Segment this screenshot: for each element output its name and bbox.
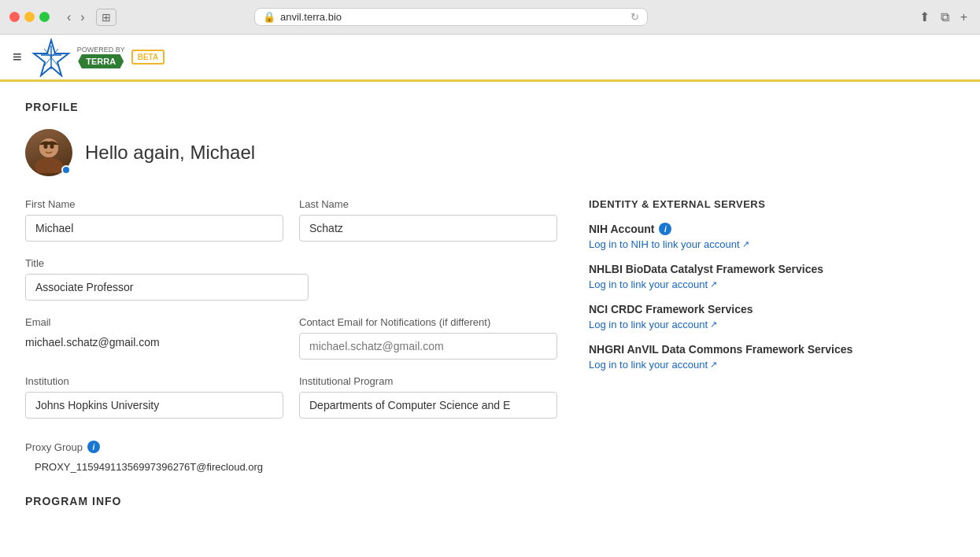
identity-panel: IDENTITY & EXTERNAL SERVERS NIH Account … [589,198,919,507]
contact-email-group: Contact Email for Notifications (if diff… [299,316,557,360]
url-text: anvil.terra.bio [280,11,342,23]
beta-badge: BETA [131,50,165,65]
proxy-group-section: Proxy Group i PROXY_11594911356997396276… [25,441,557,476]
email-group: Email michael.schatz@gmail.com [25,316,283,360]
nhlbi-link[interactable]: Log in to link your account ↗ [589,278,919,290]
proxy-info-icon[interactable]: i [87,441,100,453]
name-row: First Name Last Name [25,198,557,257]
nhlbi-external-link-icon: ↗ [710,279,717,290]
nci-item: NCI CRDC Framework Services Log in to li… [589,303,919,330]
nih-info-icon[interactable]: i [659,223,671,235]
greeting-text: Hello again, Michael [85,142,255,164]
minimize-button[interactable] [24,12,35,22]
browser-actions: ⬆ ⧉ + [916,8,971,26]
page-title: PROFILE [25,101,919,113]
avatar-container [25,129,72,176]
nci-link[interactable]: Log in to link your account ↗ [589,319,919,330]
close-button[interactable] [9,12,20,22]
email-label: Email [25,316,283,328]
nih-account-item: NIH Account i Log in to NIH to link your… [589,223,919,250]
last-name-label: Last Name [299,198,557,210]
last-name-input[interactable] [299,215,557,242]
hamburger-menu[interactable]: ≡ [13,48,22,66]
institution-input[interactable] [25,392,283,419]
logo-area: POWERED BY TERRA BETA [31,38,165,77]
forward-button[interactable]: › [77,9,87,26]
identity-title: IDENTITY & EXTERNAL SERVERS [589,198,919,210]
program-info-title: PROGRAM INFO [25,495,557,507]
online-indicator [61,165,71,175]
tabs-button[interactable]: ⧉ [937,8,952,26]
nih-account-label: NIH Account i [589,223,919,235]
nhgri-link[interactable]: Log in to link your account ↗ [589,359,919,371]
title-group: Title [25,257,309,301]
first-name-input[interactable] [25,215,283,242]
security-icon: 🔒 [263,11,276,23]
first-name-group: First Name [25,198,283,242]
address-bar[interactable]: 🔒 anvil.terra.bio ↻ [254,8,648,26]
top-nav: ≡ POWERED BY TERRA BETA [0,35,980,82]
fullscreen-button[interactable] [39,12,50,22]
last-name-group: Last Name [299,198,557,242]
anvil-logo [31,38,71,77]
app-container: ≡ POWERED BY TERRA BETA PROFILE [0,35,980,557]
proxy-group-value: PROXY_11594911356997396276T@firecloud.or… [25,458,557,476]
new-tab-button[interactable]: + [957,8,971,26]
browser-chrome: ‹ › ⊞ 🔒 anvil.terra.bio ↻ ⬆ ⧉ + [0,0,980,35]
nhgri-label: NHGRI AnVIL Data Commons Framework Servi… [589,343,919,356]
institutional-program-label: Institutional Program [299,375,557,387]
institutional-program-input[interactable] [299,392,557,419]
nci-label: NCI CRDC Framework Services [589,303,919,315]
email-row: Email michael.schatz@gmail.com Contact E… [25,316,557,375]
contact-email-label: Contact Email for Notifications (if diff… [299,316,557,328]
form-main: First Name Last Name Title [25,198,919,507]
nih-external-link-icon: ↗ [742,239,749,249]
nci-external-link-icon: ↗ [710,319,717,330]
svg-point-6 [35,157,63,173]
nhgri-external-link-icon: ↗ [710,360,717,370]
page-content: PROFILE [0,82,945,526]
institution-label: Institution [25,375,283,387]
institution-group: Institution [25,375,283,419]
profile-header: Hello again, Michael [25,129,919,176]
nav-arrows: ‹ › [64,9,88,26]
email-value: michael.schatz@gmail.com [25,333,283,352]
title-label: Title [25,257,309,269]
nih-link[interactable]: Log in to NIH to link your account ↗ [589,238,919,250]
contact-email-input[interactable] [299,333,557,360]
institution-row: Institution Institutional Program [25,375,557,434]
share-button[interactable]: ⬆ [916,8,933,26]
title-input[interactable] [25,274,309,301]
first-name-label: First Name [25,198,283,210]
institutional-program-group: Institutional Program [299,375,557,419]
nhlbi-item: NHLBI BioData Catalyst Framework Service… [589,263,919,290]
nhgri-item: NHGRI AnVIL Data Commons Framework Servi… [589,343,919,371]
powered-by-text: POWERED BY [77,46,125,54]
traffic-lights [9,12,50,22]
svg-point-7 [39,138,58,157]
proxy-group-label: Proxy Group i [25,441,557,453]
window-toggle-button[interactable]: ⊞ [96,9,116,26]
nhlbi-label: NHLBI BioData Catalyst Framework Service… [589,263,919,275]
title-row: Title [25,257,309,301]
refresh-button[interactable]: ↻ [631,11,639,23]
back-button[interactable]: ‹ [64,9,74,26]
terra-badge: TERRA [78,54,124,68]
form-fields: First Name Last Name Title [25,198,557,507]
